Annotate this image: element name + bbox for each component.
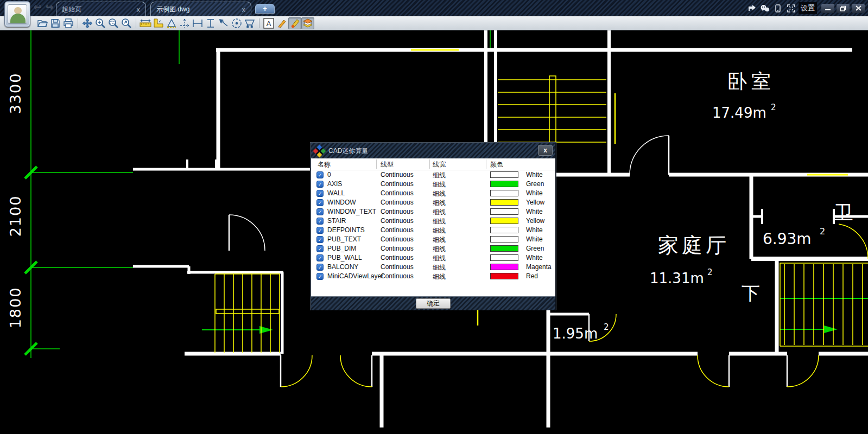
mobile-icon[interactable]	[771, 2, 784, 14]
layer-checkbox[interactable]: ✓	[316, 171, 324, 178]
toolbar: A	[0, 16, 868, 30]
print-button[interactable]	[62, 17, 75, 29]
measure-area-button[interactable]	[165, 17, 178, 29]
layer-row[interactable]: ✓ BALCONY Continuous 细线 Magenta	[311, 263, 555, 272]
layer-checkbox[interactable]: ✓	[316, 245, 324, 252]
layer-checkbox[interactable]: ✓	[316, 273, 324, 280]
layer-lineweight: 细线	[433, 180, 446, 189]
fullscreen-icon[interactable]	[784, 2, 797, 14]
layer-linetype: Continuous	[381, 199, 414, 206]
room-area-hall: 11.31m	[650, 270, 704, 286]
restore-button[interactable]	[837, 4, 850, 13]
dim-label-2100: 2100	[7, 195, 24, 237]
close-button[interactable]	[852, 4, 865, 13]
sup-2: 2	[820, 226, 825, 237]
layer-row[interactable]: ✓ WINDOW Continuous 细线 Yellow	[311, 198, 555, 207]
measure-volume-button[interactable]	[243, 17, 256, 29]
minimize-button[interactable]	[821, 4, 834, 13]
layer-lineweight: 细线	[433, 254, 446, 263]
layer-checkbox[interactable]: ✓	[316, 264, 324, 271]
layer-color-name: White	[526, 254, 543, 261]
layer-checkbox[interactable]: ✓	[316, 227, 324, 234]
layer-row[interactable]: ✓ MiniCADViewLayer Continuous 细线 Red	[311, 272, 555, 281]
layer-linetype: Continuous	[381, 235, 414, 243]
user-avatar[interactable]	[4, 1, 30, 27]
layer-color-swatch	[490, 273, 518, 279]
layer-list: 名称 线型 线宽 颜色 ✓ 0 Continuous 细线 White ✓ AX…	[311, 158, 555, 296]
layer-checkbox[interactable]: ✓	[316, 218, 324, 225]
layer-row[interactable]: ✓ PUB_WALL Continuous 细线 White	[311, 253, 555, 263]
column-name: 名称	[318, 160, 331, 169]
wechat-icon[interactable]	[758, 2, 771, 14]
dimension-horizontal-button[interactable]	[191, 17, 204, 29]
leader-arrow-button[interactable]	[217, 17, 230, 29]
room-area-bedroom: 17.49m	[712, 105, 766, 121]
tab-close-icon[interactable]: x	[137, 5, 141, 14]
forward-icon[interactable]: ↪	[43, 1, 55, 12]
layer-row[interactable]: ✓ WINDOW_TEXT Continuous 细线 White	[311, 207, 555, 216]
tab-start-page[interactable]: 超始页 x	[56, 2, 146, 16]
layer-name: AXIS	[327, 180, 342, 188]
open-file-button[interactable]	[36, 17, 49, 29]
ok-button[interactable]: 确定	[416, 298, 451, 309]
measure-circle-button[interactable]	[230, 17, 243, 29]
dimension-vertical-button[interactable]	[204, 17, 217, 29]
layer-checkbox[interactable]: ✓	[316, 254, 324, 261]
layer-row[interactable]: ✓ PUB_DIM Continuous 细线 Green	[311, 244, 555, 253]
layer-lineweight: 细线	[433, 217, 446, 226]
layer-lineweight: 细线	[433, 235, 446, 245]
dialog-titlebar[interactable]: CAD迷你算量 x	[311, 143, 555, 158]
room-area-bath: 6.93m	[763, 230, 812, 248]
app-logo-icon	[313, 144, 326, 157]
zoom-in-out-button[interactable]	[94, 17, 107, 29]
layer-row[interactable]: ✓ AXIS Continuous 细线 Green	[311, 180, 555, 189]
layer-checkbox[interactable]: ✓	[316, 190, 324, 197]
marker-tool-button[interactable]	[288, 17, 301, 29]
save-button[interactable]	[49, 17, 62, 29]
layer-lineweight: 细线	[433, 208, 446, 217]
settings-button[interactable]: 设置	[799, 2, 817, 14]
back-icon[interactable]: ↩	[31, 1, 43, 12]
zoom-extents-button[interactable]	[120, 17, 133, 29]
layer-linetype: Continuous	[381, 217, 414, 225]
zoom-window-button[interactable]	[107, 17, 120, 29]
layer-row[interactable]: ✓ PUB_TEXT Continuous 细线 White	[311, 235, 555, 244]
layer-color-swatch	[490, 181, 518, 187]
layer-name: DEFPOINTS	[327, 226, 365, 234]
layer-name: BALCONY	[327, 263, 358, 271]
dialog-close-icon[interactable]: x	[538, 145, 553, 156]
layer-color-swatch	[490, 190, 518, 196]
layer-name: PUB_WALL	[327, 254, 362, 261]
layer-name: PUB_DIM	[327, 245, 356, 252]
pencil-tool-button[interactable]	[275, 17, 288, 29]
layer-color-name: Yellow	[526, 217, 544, 225]
svg-text:A: A	[267, 20, 271, 28]
layer-row[interactable]: ✓ WALL Continuous 细线 White	[311, 189, 555, 198]
pan-tool-button[interactable]	[81, 17, 94, 29]
tab-label: 示例图.dwg	[156, 5, 238, 14]
layer-checkbox[interactable]: ✓	[316, 236, 324, 243]
layer-linetype: Continuous	[381, 180, 414, 188]
tab-drawing[interactable]: 示例图.dwg x	[150, 2, 251, 16]
layer-checkbox[interactable]: ✓	[316, 181, 324, 188]
room-label-hall: 家庭厅	[658, 233, 730, 257]
layer-row[interactable]: ✓ STAIR Continuous 细线 Yellow	[311, 216, 555, 226]
new-tab-button[interactable]: +	[255, 4, 275, 14]
layers-button[interactable]	[301, 17, 314, 29]
layer-color-swatch	[490, 208, 518, 215]
share-icon[interactable]	[745, 2, 758, 14]
tab-close-icon[interactable]: x	[242, 5, 246, 14]
layer-row[interactable]: ✓ DEFPOINTS Continuous 细线 White	[311, 226, 555, 235]
layer-row[interactable]: ✓ 0 Continuous 细线 White	[311, 170, 555, 180]
layer-name: WINDOW_TEXT	[327, 208, 376, 215]
measure-length-button[interactable]	[139, 17, 152, 29]
layer-name: MiniCADViewLayer	[327, 272, 383, 280]
layer-name: WALL	[327, 189, 345, 197]
layer-lineweight: 细线	[433, 189, 446, 199]
layer-color-swatch	[490, 171, 518, 178]
measure-coordinate-button[interactable]	[178, 17, 191, 29]
layer-checkbox[interactable]: ✓	[316, 199, 324, 206]
layer-checkbox[interactable]: ✓	[316, 208, 324, 215]
text-tool-button[interactable]: A	[262, 17, 275, 29]
measure-angle-button[interactable]	[152, 17, 165, 29]
